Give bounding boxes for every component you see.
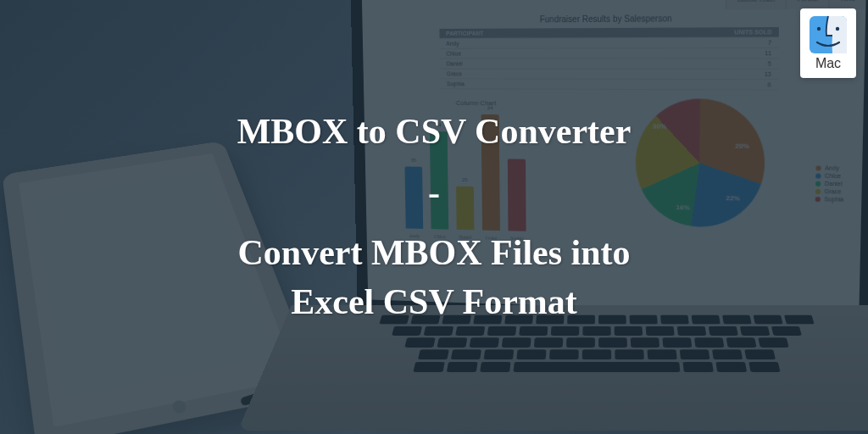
svg-point-2 bbox=[836, 27, 839, 31]
mac-badge: Mac bbox=[800, 8, 856, 78]
banner-text: MBOX to CSV Converter - Convert MBOX Fil… bbox=[0, 0, 868, 434]
mac-finder-icon bbox=[809, 15, 848, 54]
title-line-3: Excel CSV Format bbox=[291, 277, 577, 327]
title-line-2: Convert MBOX Files into bbox=[237, 228, 630, 278]
mac-badge-label: Mac bbox=[815, 56, 841, 71]
svg-point-1 bbox=[817, 27, 821, 31]
title-line-1: MBOX to CSV Converter bbox=[237, 107, 632, 157]
title-separator: - bbox=[428, 172, 440, 213]
background-photo: Bubble Chart Format Area Fundraiser Resu… bbox=[0, 0, 868, 434]
